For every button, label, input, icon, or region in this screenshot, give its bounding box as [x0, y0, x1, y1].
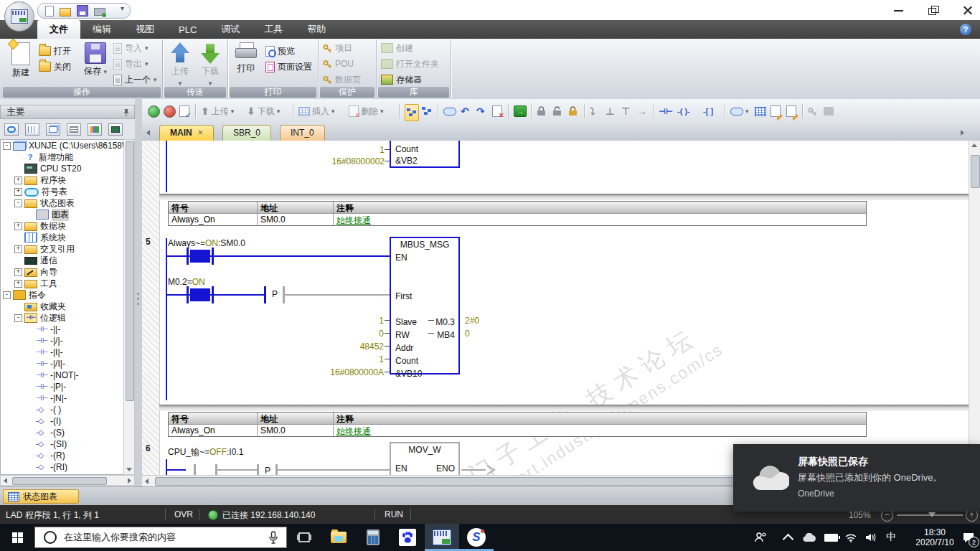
save-button[interactable]: 保存 ▾ — [79, 41, 112, 77]
lock-icon[interactable] — [537, 104, 546, 118]
tree-item-contact[interactable]: ⊣⊢-|N|- — [1, 392, 123, 404]
tree-item-contact[interactable]: ⊣⊢-|NOT|- — [1, 369, 123, 381]
restore-button[interactable] — [928, 5, 938, 15]
close-button-ribbon[interactable]: 关闭 — [39, 60, 71, 74]
onedrive-notification[interactable]: 屏幕快照已保存 屏幕快照已添加到你的 OneDrive。 OneDrive — [733, 444, 980, 512]
tree-item-chart[interactable]: 图表 — [1, 209, 123, 220]
tree-item-contact[interactable]: ⊣⊢-|I|- — [1, 347, 123, 358]
tree-item-coil[interactable]: -◇-(R) — [1, 450, 123, 461]
comment-box-icon[interactable] — [443, 104, 456, 118]
symbol-table-tool-icon[interactable] — [755, 104, 766, 118]
tree-item-coil[interactable]: -◇-(RI) — [1, 461, 123, 473]
tree-item-contact[interactable]: ⊣⊢-|P|- — [1, 381, 123, 392]
tree-expander-icon[interactable]: - — [14, 314, 22, 322]
ladder-block-partial[interactable]: Addr Count &VB2 — [390, 141, 460, 168]
upload-button[interactable]: 上传▾ — [166, 41, 194, 88]
quick-new-icon[interactable] — [45, 6, 54, 17]
sidebar-splitter[interactable] — [135, 99, 142, 486]
editor-vertical-scrollbar[interactable] — [969, 141, 980, 475]
protect-pou-button[interactable]: POU — [323, 57, 354, 71]
library-open-folder-button[interactable]: 打开文件夹 — [381, 57, 439, 71]
ladder-editor[interactable]: 西门子工业 技术论坛 support.industry.siemens.com/… — [142, 141, 969, 475]
tree-item-tools[interactable]: +工具 — [1, 278, 123, 289]
tree-item-symbol-table[interactable]: +符号表 — [1, 186, 123, 197]
quick-print-icon[interactable] — [94, 8, 105, 16]
unlock-icon[interactable] — [552, 104, 562, 118]
tree-item-data-block[interactable]: +数据块 — [1, 220, 123, 232]
qat-dropdown-icon[interactable]: ▾ — [121, 4, 124, 12]
tree-expander-icon[interactable]: + — [14, 222, 22, 230]
tree-item-new-features[interactable]: ?新增功能 — [1, 151, 123, 163]
app-menu-button[interactable] — [4, 1, 34, 32]
contact-energized[interactable] — [190, 250, 210, 263]
toolbar-upload-button[interactable]: ⬆上传▾ — [201, 104, 234, 118]
ime-indicator[interactable]: 中 — [884, 530, 898, 545]
tree-expander-icon[interactable]: + — [14, 188, 22, 196]
menu-tab-edit[interactable]: 编辑 — [80, 20, 123, 39]
undo-icon[interactable]: ↶ — [461, 104, 469, 118]
clear-icon[interactable] — [492, 104, 502, 118]
tree-item-coil[interactable]: -◇-(S) — [1, 427, 123, 438]
quick-save-icon[interactable] — [77, 5, 88, 17]
tree-item-system-block[interactable]: 系统块 — [1, 232, 123, 243]
tree-item-contact[interactable]: ⊣⊢-|/I|- — [1, 358, 123, 369]
people-icon[interactable] — [753, 530, 768, 545]
menu-tab-view[interactable]: 视图 — [123, 20, 166, 39]
onedrive-tray-icon[interactable] — [802, 530, 816, 545]
edit-chart-tool-icon[interactable] — [771, 104, 781, 118]
tray-expand-icon[interactable] — [781, 530, 795, 545]
mov-w-block[interactable]: MOV_W EN ENO — [390, 442, 460, 475]
key-tool-icon[interactable] — [808, 104, 817, 118]
zoom-slider[interactable] — [928, 512, 936, 517]
tab-sbr0[interactable]: SBR_0 — [222, 125, 271, 141]
tree-expander-icon[interactable]: + — [14, 268, 22, 276]
tree-horizontal-scrollbar[interactable] — [0, 475, 135, 486]
symbol-view-icon[interactable] — [4, 123, 19, 136]
tree-item-coil[interactable]: -◇-(SI) — [1, 438, 123, 450]
help-icon[interactable]: ? — [960, 24, 971, 35]
contact-tool-icon[interactable]: ⊣⊢ — [659, 104, 673, 118]
taskbar-search[interactable]: 在这里输入你要搜索的内容 — [34, 527, 287, 548]
mbus-msg-block[interactable]: MBUS_MSG EN First Slave RW Addr Count &V… — [390, 237, 460, 375]
battery-icon[interactable] — [824, 530, 838, 545]
library-memory-button[interactable]: 存储器 — [381, 72, 422, 87]
tree-vertical-scrollbar[interactable] — [123, 139, 135, 475]
tree-item-coil[interactable]: -◇-(I) — [1, 415, 123, 427]
tree-item-wizard[interactable]: +向导 — [1, 266, 123, 278]
tab-close-icon[interactable]: × — [198, 128, 203, 138]
tree-expander-icon[interactable]: - — [14, 199, 22, 207]
menu-tab-file[interactable]: 文件 — [37, 20, 80, 39]
status-chart-tab[interactable]: 状态图表 — [3, 489, 79, 504]
tree-item-favorites[interactable]: 收藏夹 — [1, 301, 123, 312]
new-button[interactable]: 新建 — [4, 41, 37, 79]
tree-item-status-chart[interactable]: -状态图表 — [1, 197, 123, 209]
redo-icon[interactable]: ↷ — [476, 104, 485, 118]
box-tool-icon[interactable]: -[ ] — [703, 104, 713, 118]
tab-main[interactable]: MAIN× — [159, 125, 214, 141]
tab-scroll-right-icon[interactable] — [961, 130, 964, 136]
delete-button[interactable]: 删除▾ — [349, 104, 384, 118]
stamp-tool-icon[interactable] — [824, 104, 834, 118]
microphone-icon[interactable] — [269, 531, 278, 544]
menu-tab-tools[interactable]: 工具 — [252, 20, 295, 39]
volume-icon[interactable] — [864, 530, 878, 545]
tree-item-contact[interactable]: ⊣⊢-|/|- — [1, 335, 123, 347]
menu-tab-help[interactable]: 帮助 — [295, 20, 338, 39]
wire-up-icon[interactable]: ⊥ — [606, 104, 615, 118]
tab-scroll-left-icon[interactable] — [146, 130, 150, 136]
close-button[interactable] — [963, 5, 973, 15]
toolbar-download-button[interactable]: ⬇下载▾ — [247, 104, 280, 118]
protect-project-button[interactable]: 项目 — [323, 41, 352, 55]
tree-expander-icon[interactable]: - — [3, 142, 11, 150]
symbol-table-row[interactable]: Always_OnSM0.0始终接通 — [169, 425, 866, 436]
lock-add-icon[interactable] — [568, 104, 578, 118]
go-to-icon[interactable]: → — [514, 104, 527, 118]
pin-icon[interactable] — [123, 108, 130, 117]
taskbar-clock[interactable]: 18:30 2020/7/10 — [910, 527, 960, 547]
positive-edge-contact[interactable]: P — [272, 289, 278, 299]
page-setup-button[interactable]: 页面设置 — [265, 60, 312, 74]
symbol-table-row[interactable]: Always_OnSM0.0始终接通 — [169, 214, 866, 225]
pou-view-icon[interactable] — [405, 104, 419, 121]
chart-view-icon[interactable] — [88, 123, 102, 136]
tree-expander-icon[interactable]: + — [14, 245, 22, 253]
